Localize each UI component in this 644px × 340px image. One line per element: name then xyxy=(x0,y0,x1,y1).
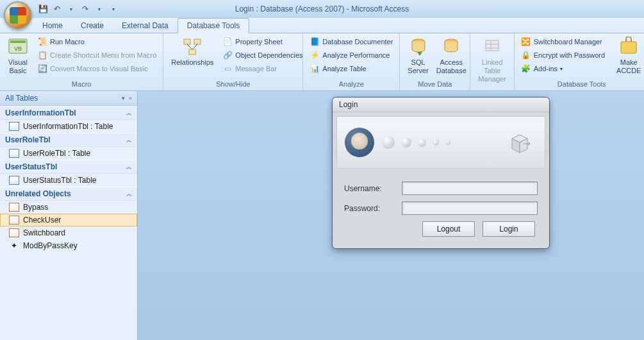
nav-dropdown-icon[interactable]: ▾ xyxy=(122,95,125,101)
redo-icon[interactable]: ↷ xyxy=(79,3,91,15)
message-bar-button[interactable]: ▭ Message Bar xyxy=(220,62,305,75)
analyze-table-button[interactable]: 📊 Analyze Table xyxy=(307,62,395,75)
access-db-label: Access Database xyxy=(436,58,466,75)
title-bar: 💾 ↶ ▾ ↷ ▾ ▾ Login : Database (Access 200… xyxy=(0,0,644,18)
object-dependencies-button[interactable]: 🔗 Object Dependencies xyxy=(220,49,305,62)
visual-basic-icon: VB xyxy=(8,37,28,57)
password-label: Password: xyxy=(344,204,394,213)
visual-basic-button[interactable]: VB Visual Basic xyxy=(4,35,32,76)
table-icon xyxy=(9,122,19,131)
chevron-up-icon: ︽ xyxy=(126,136,132,144)
nav-item[interactable]: UserInformationTbl : Table xyxy=(0,120,137,133)
svg-rect-9 xyxy=(621,42,636,53)
nav-collapse-icon[interactable]: « xyxy=(129,95,132,101)
switchboard-manager-button[interactable]: 🔀 Switchboard Manager xyxy=(518,35,607,48)
analyze-performance-button[interactable]: ⚡ Analyze Performance xyxy=(307,49,395,62)
tab-create[interactable]: Create xyxy=(72,19,113,33)
shortcut-icon: 📋 xyxy=(37,50,47,60)
username-input[interactable] xyxy=(402,182,538,195)
nav-group-header[interactable]: Unrelated Objects︽ xyxy=(0,187,137,201)
macro-group-label: Macro xyxy=(0,80,163,90)
ribbon-tabs: Home Create External Data Database Tools xyxy=(0,18,644,33)
access-database-button[interactable]: Access Database xyxy=(433,35,470,76)
nav-item[interactable]: UserRoleTbl : Table xyxy=(0,147,137,160)
linked-table-manager-button[interactable]: Linked Table Manager xyxy=(474,35,509,85)
main-area: All Tables ▾ « UserInformationTbl︽UserIn… xyxy=(0,91,644,340)
chevron-up-icon: ︽ xyxy=(126,190,132,198)
svg-rect-5 xyxy=(189,49,195,55)
create-shortcut-menu-button[interactable]: 📋 Create Shortcut Menu from Macro xyxy=(35,49,159,62)
nav-pane-header[interactable]: All Tables ▾ « xyxy=(0,91,137,106)
analyze-table-icon: 📊 xyxy=(310,64,320,74)
relationships-icon xyxy=(182,37,202,57)
tab-home[interactable]: Home xyxy=(33,19,72,33)
dropdown-icon[interactable]: ▾ xyxy=(65,3,77,15)
form-icon xyxy=(9,216,19,225)
navigation-pane: All Tables ▾ « UserInformationTbl︽UserIn… xyxy=(0,91,138,340)
documenter-label: Database Documenter xyxy=(322,38,393,46)
customize-qat-icon[interactable]: ▾ xyxy=(108,3,119,15)
run-macro-button[interactable]: 📜 Run Macro xyxy=(35,35,159,48)
chevron-up-icon: ︽ xyxy=(126,109,132,117)
nav-item-label: UserRoleTbl : Table xyxy=(23,149,90,158)
message-bar-icon: ▭ xyxy=(222,64,233,74)
svg-rect-3 xyxy=(184,39,190,44)
ribbon: VB Visual Basic 📜 Run Macro 📋 Create Sho… xyxy=(0,33,644,91)
nav-pane-title: All Tables xyxy=(5,94,38,103)
nav-group-header[interactable]: UserInformationTbl︽ xyxy=(0,106,137,120)
dependencies-icon: 🔗 xyxy=(222,50,233,60)
make-accde-button[interactable]: Make ACCDE xyxy=(613,35,644,76)
performance-label: Analyze Performance xyxy=(322,51,390,59)
password-input[interactable] xyxy=(402,201,538,215)
database-documenter-button[interactable]: 📘 Database Documenter xyxy=(307,35,395,48)
nav-item[interactable]: Switchboard xyxy=(0,226,137,239)
nav-item[interactable]: ✦ModByPassKey xyxy=(0,239,137,252)
avatar-icon xyxy=(345,128,374,157)
run-macro-icon: 📜 xyxy=(37,37,47,47)
tab-external-data[interactable]: External Data xyxy=(113,19,178,33)
relationships-label: Relationships xyxy=(171,58,213,67)
convert-label: Convert Macros to Visual Basic xyxy=(50,65,148,72)
nav-group-title: Unrelated Objects xyxy=(5,189,71,198)
convert-icon: 🔄 xyxy=(37,64,47,74)
sql-server-label: SQL Server xyxy=(408,58,428,75)
analyze-table-label: Analyze Table xyxy=(322,65,366,72)
table-icon xyxy=(9,149,19,158)
relationships-button[interactable]: Relationships xyxy=(167,35,217,68)
property-sheet-label: Property Sheet xyxy=(235,38,282,46)
create-shortcut-label: Create Shortcut Menu from Macro xyxy=(50,51,156,59)
office-button[interactable] xyxy=(4,1,32,30)
logout-button[interactable]: Logout xyxy=(422,221,475,237)
nav-item-label: CheckUser xyxy=(23,216,61,225)
nav-group-header[interactable]: UserStatusTbl︽ xyxy=(0,160,137,174)
sql-server-icon xyxy=(408,37,429,57)
sql-server-button[interactable]: SQL Server xyxy=(404,35,432,76)
dropdown-icon: ▾ xyxy=(560,66,563,72)
property-sheet-button[interactable]: 📄 Property Sheet xyxy=(220,35,305,48)
login-banner xyxy=(336,116,545,169)
switchboard-icon: 🔀 xyxy=(521,37,531,47)
nav-item-label: ModByPassKey xyxy=(23,241,78,250)
nav-item[interactable]: Bypass xyxy=(0,201,137,214)
nav-item-label: UserStatusTbl : Table xyxy=(23,176,97,185)
tab-database-tools[interactable]: Database Tools xyxy=(178,18,250,33)
nav-group-header[interactable]: UserRoleTbl︽ xyxy=(0,133,137,147)
dropdown-icon[interactable]: ▾ xyxy=(94,3,105,15)
message-bar-label: Message Bar xyxy=(235,65,277,72)
encrypt-password-button[interactable]: 🔒 Encrypt with Password xyxy=(518,49,607,62)
nav-item[interactable]: UserStatusTbl : Table xyxy=(0,174,137,187)
make-accde-icon xyxy=(618,37,639,57)
add-ins-button[interactable]: 🧩 Add-ins ▾ xyxy=(518,62,607,75)
convert-macros-button[interactable]: 🔄 Convert Macros to Visual Basic xyxy=(35,62,159,75)
nav-item[interactable]: CheckUser xyxy=(0,214,137,226)
switchboard-label: Switchboard Manager xyxy=(534,38,602,46)
login-button[interactable]: Login xyxy=(483,221,535,237)
access-db-icon xyxy=(441,37,461,57)
addins-icon: 🧩 xyxy=(521,64,531,74)
nav-item-label: Bypass xyxy=(23,203,48,212)
svg-rect-8 xyxy=(486,40,499,51)
analyze-group-label: Analyze xyxy=(303,80,399,90)
svg-rect-1 xyxy=(10,40,26,43)
save-icon[interactable]: 💾 xyxy=(37,3,49,15)
undo-icon[interactable]: ↶ xyxy=(51,3,63,15)
